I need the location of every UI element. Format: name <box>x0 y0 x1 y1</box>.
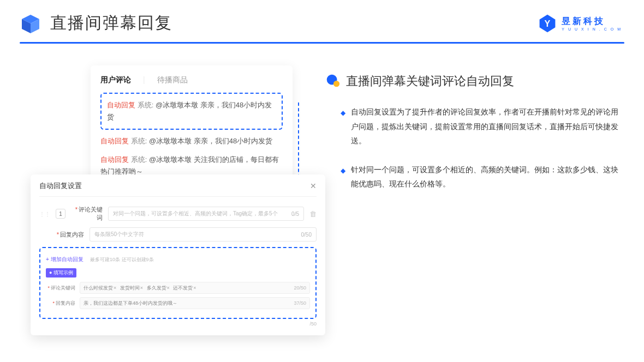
settings-modal: 自动回复设置 ✕ ⋮⋮ 1 *评论关键词 对同一个问题，可设置多个相近、高频的关… <box>31 174 325 335</box>
keyword-input[interactable]: 对同一个问题，可设置多个相近、高频的关键词，Tag确定，最多5个 0/5 <box>108 207 304 221</box>
reply-input[interactable]: 每条限50个中文字符 0/50 <box>90 227 317 242</box>
right-content: 直播间弹幕关键词评论自动回复 ◆ 自动回复设置为了提升作者的评论回复效率，作者可… <box>325 60 624 206</box>
comment-sys-label: 系统: <box>138 101 154 109</box>
bullet-item: ◆ 自动回复设置为了提升作者的评论回复效率，作者可在开播前针对常见的评论用户问题… <box>325 105 624 148</box>
tab-comments[interactable]: 用户评论 <box>100 75 131 85</box>
char-count: 20/50 <box>294 285 306 291</box>
trash-icon[interactable]: 🗑 <box>309 210 317 218</box>
ex-reply-text: 亲，我们这边都是下单48小时内发货的哦～ <box>84 300 177 307</box>
tag[interactable]: 多久发货 <box>147 285 172 291</box>
svg-text:Y: Y <box>545 19 551 28</box>
add-auto-reply-link[interactable]: + 增加自动回复 <box>46 256 84 262</box>
tabs: 用户评论 | 待播商品 <box>100 75 283 85</box>
logo-text-cn: 昱新科技 <box>562 16 624 27</box>
modal-title: 自动回复设置 <box>39 181 82 191</box>
page-title: 直播间弹幕回复 <box>50 12 172 34</box>
logo-text-en: YUUXIN.COM <box>562 27 624 31</box>
ex-reply-input[interactable]: 亲，我们这边都是下单48小时内发货的哦～ 37/50 <box>80 297 310 309</box>
add-hint: 最多可建10条 还可以创建9条 <box>90 257 154 262</box>
field-label-reply: *回复内容 <box>55 231 84 239</box>
placeholder: 每条限50个中文字符 <box>94 231 144 238</box>
bullet-text: 自动回复设置为了提升作者的评论回复效率，作者可在开播前针对常见的评论用户问题，提… <box>351 105 624 148</box>
diamond-bullet-icon: ◆ <box>341 165 345 191</box>
placeholder: 对同一个问题，可设置多个相近、高频的关键词，Tag确定，最多5个 <box>113 210 278 218</box>
chat-bubble-icon <box>325 74 341 89</box>
drag-handle-icon[interactable]: ⋮⋮ <box>39 211 50 217</box>
row-number: 1 <box>56 209 65 219</box>
tab-divider: | <box>143 75 145 85</box>
ex-keyword-input[interactable]: 什么时候发货 发货时间 多久发货 还不发货 20/50 <box>80 282 310 294</box>
tag-list: 什么时候发货 发货时间 多久发货 还不发货 <box>84 285 199 292</box>
header: 直播间弹幕回复 Y 昱新科技 YUUXIN.COM <box>0 0 644 34</box>
svg-point-5 <box>333 81 339 87</box>
char-count: 0/50 <box>301 232 312 238</box>
ex-reply-label: *回复内容 <box>46 300 75 307</box>
tag[interactable]: 什么时候发货 <box>84 285 118 291</box>
logo-icon: Y <box>538 14 557 33</box>
brand-logo: Y 昱新科技 YUUXIN.COM <box>538 14 624 33</box>
bullet-item: ◆ 针对同一个问题，可设置多个相近的、高频的关键词。例如：这款多少钱、这块能优惠… <box>325 162 624 191</box>
char-count: 0/5 <box>291 211 299 217</box>
bullet-text: 针对同一个问题，可设置多个相近的、高频的关键词。例如：这款多少钱、这块能优惠吗、… <box>351 162 624 191</box>
section-title: 直播间弹幕关键词评论自动回复 <box>346 73 514 89</box>
auto-reply-tag: 自动回复 <box>107 101 135 109</box>
comment-sys-label: 系统: <box>131 155 147 164</box>
highlighted-comment: 自动回复 系统: @冰墩墩本墩 亲亲，我们48小时内发货 <box>100 93 283 130</box>
tag[interactable]: 发货时间 <box>120 285 145 291</box>
tag[interactable]: 还不发货 <box>173 285 198 291</box>
example-box: + 增加自动回复 最多可建10条 还可以创建9条 ● 填写示例 *评论关键词 什… <box>39 247 317 319</box>
tab-products[interactable]: 待播商品 <box>157 75 188 85</box>
char-count: 37/50 <box>294 300 306 306</box>
auto-reply-tag: 自动回复 <box>100 137 129 145</box>
auto-reply-tag: 自动回复 <box>100 155 129 164</box>
comment-text: @冰墩墩本墩 亲亲，我们48小时内发货 <box>149 137 272 145</box>
cube-icon <box>20 13 41 34</box>
diamond-bullet-icon: ◆ <box>341 107 345 148</box>
close-icon[interactable]: ✕ <box>310 182 317 190</box>
field-label-keyword: *评论关键词 <box>73 206 103 222</box>
bottom-count: /50 <box>39 321 317 327</box>
left-illustration: 用户评论 | 待播商品 自动回复 系统: @冰墩墩本墩 亲亲，我们48小时内发货… <box>20 60 309 206</box>
ex-keyword-label: *评论关键词 <box>46 285 75 292</box>
example-badge: ● 填写示例 <box>46 268 76 277</box>
comment-sys-label: 系统: <box>131 137 147 145</box>
